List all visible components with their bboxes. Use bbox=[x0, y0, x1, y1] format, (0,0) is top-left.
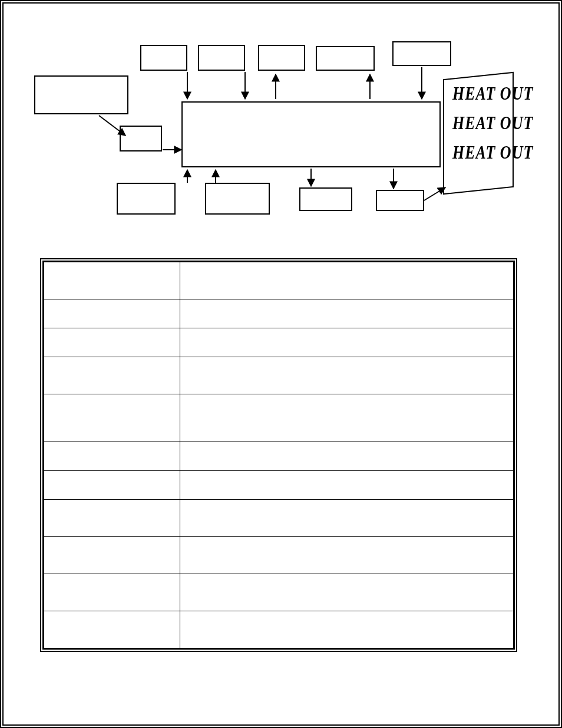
table-row bbox=[44, 537, 514, 574]
page-inner: HEAT OUT HEAT OUT HEAT OUT bbox=[11, 11, 551, 717]
page-frame: HEAT OUT HEAT OUT HEAT OUT bbox=[0, 0, 562, 728]
table-row bbox=[44, 442, 514, 471]
table-row bbox=[44, 611, 514, 648]
table-row bbox=[44, 500, 514, 537]
svg-line-5 bbox=[99, 116, 125, 136]
table-row bbox=[44, 328, 514, 357]
table-row bbox=[44, 394, 514, 442]
table-frame bbox=[40, 258, 517, 652]
table-row bbox=[44, 357, 514, 394]
table-row bbox=[44, 299, 514, 328]
table-row bbox=[44, 574, 514, 611]
table-row bbox=[44, 471, 514, 500]
svg-line-11 bbox=[424, 187, 445, 200]
table-row bbox=[44, 262, 514, 299]
data-table bbox=[44, 262, 514, 648]
diagram-arrows bbox=[11, 11, 558, 246]
